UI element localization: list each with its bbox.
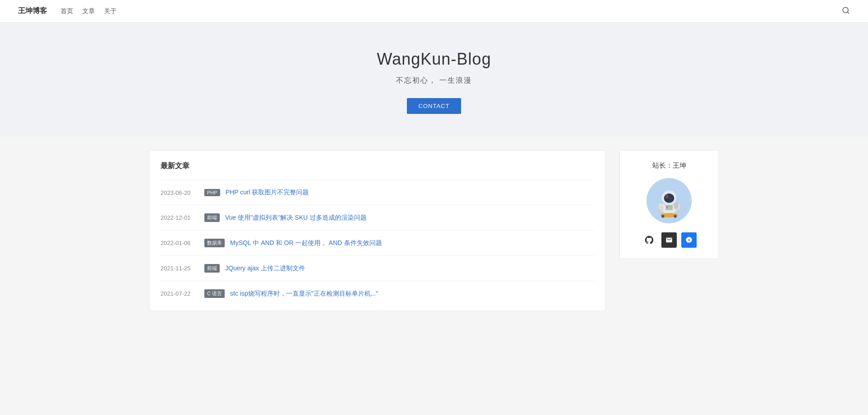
qq-button[interactable] bbox=[681, 232, 697, 248]
sidebar-social bbox=[627, 232, 711, 248]
svg-rect-11 bbox=[666, 206, 668, 208]
articles-list: 2023-06-20PHPPHP curl 获取图片不完整问题2022-12-0… bbox=[160, 180, 594, 306]
navbar-brand: 王坤博客 bbox=[18, 6, 47, 16]
avatar bbox=[646, 178, 692, 223]
navbar-links: 首页文章关于 bbox=[61, 7, 842, 15]
svg-point-8 bbox=[657, 209, 661, 212]
article-link[interactable]: MySQL 中 AND 和 OR 一起使用， AND 条件失效问题 bbox=[230, 239, 382, 247]
article-link[interactable]: stc isp烧写程序时，一直显示"正在检测目标单片机..." bbox=[230, 290, 378, 298]
navbar-link-首页[interactable]: 首页 bbox=[61, 7, 73, 15]
sidebar: 站长：王坤 bbox=[619, 150, 719, 259]
email-button[interactable] bbox=[661, 232, 677, 248]
article-item: 2021-11-25前端JQuery ajax 上传二进制文件 bbox=[160, 255, 594, 281]
article-date: 2022-01-06 bbox=[160, 240, 199, 246]
svg-point-9 bbox=[677, 209, 681, 212]
contact-button[interactable]: CONTACT bbox=[407, 98, 462, 114]
article-item: 2022-12-01前端Vue 使用"虚拟列表"解决 SKU 过多造成的渲染问题 bbox=[160, 205, 594, 230]
article-link[interactable]: JQuery ajax 上传二进制文件 bbox=[225, 264, 305, 273]
svg-rect-12 bbox=[669, 206, 670, 208]
sidebar-owner-label: 站长：王坤 bbox=[627, 161, 711, 170]
navbar-link-关于[interactable]: 关于 bbox=[104, 7, 117, 15]
svg-rect-16 bbox=[674, 203, 678, 209]
svg-point-15 bbox=[674, 215, 676, 217]
navbar: 王坤博客 首页文章关于 bbox=[0, 0, 868, 23]
svg-point-5 bbox=[665, 194, 668, 198]
articles-section: 最新文章 2023-06-20PHPPHP curl 获取图片不完整问题2022… bbox=[149, 150, 606, 311]
svg-line-1 bbox=[847, 12, 849, 13]
main-content: 最新文章 2023-06-20PHPPHP curl 获取图片不完整问题2022… bbox=[140, 137, 728, 325]
article-date: 2022-12-01 bbox=[160, 214, 199, 221]
article-tag: 数据库 bbox=[204, 239, 225, 247]
svg-point-4 bbox=[664, 193, 674, 203]
article-tag: 前端 bbox=[204, 213, 220, 222]
github-button[interactable] bbox=[642, 232, 657, 248]
search-icon[interactable] bbox=[842, 6, 850, 16]
article-date: 2021-11-25 bbox=[160, 265, 199, 272]
hero-section: WangKun-Blog 不忘初心， 一生浪漫 CONTACT bbox=[0, 23, 868, 137]
article-tag: PHP bbox=[204, 189, 220, 196]
navbar-link-文章[interactable]: 文章 bbox=[82, 7, 95, 15]
article-item: 2023-06-20PHPPHP curl 获取图片不完整问题 bbox=[160, 180, 594, 205]
article-tag: 前端 bbox=[204, 264, 220, 273]
article-item: 2022-01-06数据库MySQL 中 AND 和 OR 一起使用， AND … bbox=[160, 230, 594, 255]
svg-rect-10 bbox=[665, 205, 673, 210]
article-link[interactable]: Vue 使用"虚拟列表"解决 SKU 过多造成的渲染问题 bbox=[225, 214, 367, 222]
hero-subtitle: 不忘初心， 一生浪漫 bbox=[9, 76, 859, 85]
article-item: 2021-07-22C 语言stc isp烧写程序时，一直显示"正在检测目标单片… bbox=[160, 281, 594, 306]
article-date: 2023-06-20 bbox=[160, 189, 199, 196]
hero-title: WangKun-Blog bbox=[9, 50, 859, 69]
article-date: 2021-07-22 bbox=[160, 290, 199, 297]
article-link[interactable]: PHP curl 获取图片不完整问题 bbox=[226, 189, 309, 197]
section-title: 最新文章 bbox=[160, 161, 594, 171]
article-tag: C 语言 bbox=[204, 289, 225, 298]
svg-point-14 bbox=[661, 215, 664, 217]
